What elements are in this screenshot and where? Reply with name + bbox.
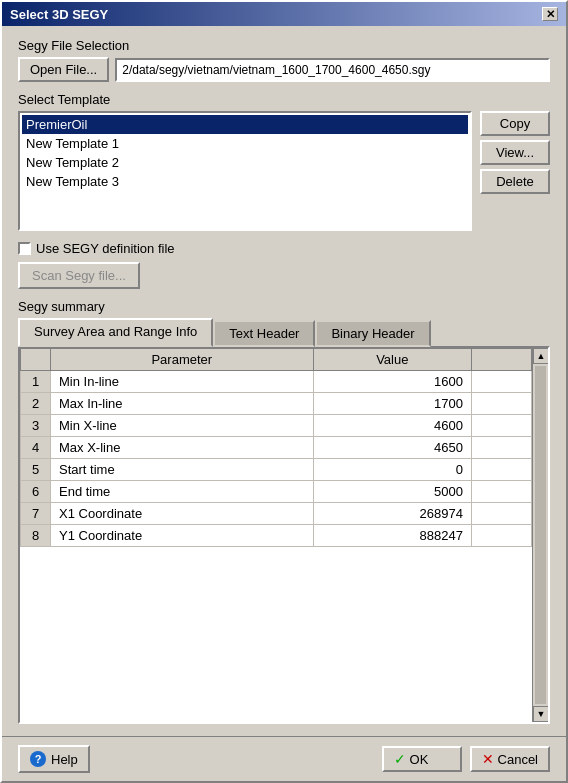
tabs-row: Survey Area and Range Info Text Header B…: [18, 318, 550, 347]
row-value: 5000: [313, 481, 471, 503]
table-row: 1 Min In-line 1600: [21, 371, 532, 393]
row-extra: [472, 503, 532, 525]
segy-summary-section: Segy summary Survey Area and Range Info …: [18, 299, 550, 724]
file-selection-section: Segy File Selection Open File...: [18, 38, 550, 82]
col-header-value: Value: [313, 349, 471, 371]
template-buttons: Copy View... Delete: [480, 111, 550, 231]
file-row: Open File...: [18, 57, 550, 82]
row-num: 2: [21, 393, 51, 415]
row-num: 4: [21, 437, 51, 459]
template-section-label: Select Template: [18, 92, 550, 107]
template-list-container: PremierOil New Template 1 New Template 2…: [18, 111, 472, 231]
row-extra: [472, 481, 532, 503]
row-value: 0: [313, 459, 471, 481]
row-extra: [472, 437, 532, 459]
row-parameter: Min In-line: [51, 371, 314, 393]
list-item[interactable]: New Template 3: [22, 172, 468, 191]
row-extra: [472, 525, 532, 547]
row-extra: [472, 415, 532, 437]
copy-button[interactable]: Copy: [480, 111, 550, 136]
table-inner[interactable]: Parameter Value 1 Min In-line 1600 2 Max…: [20, 348, 532, 722]
row-num: 1: [21, 371, 51, 393]
row-num: 5: [21, 459, 51, 481]
table-row: 4 Max X-line 4650: [21, 437, 532, 459]
row-parameter: End time: [51, 481, 314, 503]
tab-binary-header[interactable]: Binary Header: [315, 320, 430, 347]
row-extra: [472, 393, 532, 415]
row-parameter: Y1 Coordinate: [51, 525, 314, 547]
help-label: Help: [51, 752, 78, 767]
cancel-label: Cancel: [498, 752, 538, 767]
row-num: 8: [21, 525, 51, 547]
row-value: 1600: [313, 371, 471, 393]
dialog-footer: ? Help ✓ OK ✕ Cancel: [2, 736, 566, 781]
table-row: 2 Max In-line 1700: [21, 393, 532, 415]
template-section: Select Template PremierOil New Template …: [18, 92, 550, 231]
row-parameter: Max In-line: [51, 393, 314, 415]
ok-check-icon: ✓: [394, 751, 406, 767]
title-bar: Select 3D SEGY ✕: [2, 2, 566, 26]
row-extra: [472, 459, 532, 481]
row-value: 4650: [313, 437, 471, 459]
dialog-window: Select 3D SEGY ✕ Segy File Selection Ope…: [0, 0, 568, 783]
template-list[interactable]: PremierOil New Template 1 New Template 2…: [20, 113, 470, 229]
col-header-parameter: Parameter: [51, 349, 314, 371]
row-extra: [472, 371, 532, 393]
row-value: 4600: [313, 415, 471, 437]
row-parameter: X1 Coordinate: [51, 503, 314, 525]
table-row: 7 X1 Coordinate 268974: [21, 503, 532, 525]
dialog-body: Segy File Selection Open File... Select …: [2, 26, 566, 736]
open-file-button[interactable]: Open File...: [18, 57, 109, 82]
tab-text-header[interactable]: Text Header: [213, 320, 315, 347]
ok-button[interactable]: ✓ OK: [382, 746, 462, 772]
help-button[interactable]: ? Help: [18, 745, 90, 773]
list-item[interactable]: New Template 2: [22, 153, 468, 172]
list-item[interactable]: New Template 1: [22, 134, 468, 153]
help-icon: ?: [30, 751, 46, 767]
summary-section-label: Segy summary: [18, 299, 550, 314]
list-item[interactable]: PremierOil: [22, 115, 468, 134]
cancel-button[interactable]: ✕ Cancel: [470, 746, 550, 772]
scrollbar-thumb[interactable]: [535, 366, 546, 704]
col-header-num: [21, 349, 51, 371]
template-row: PremierOil New Template 1 New Template 2…: [18, 111, 550, 231]
row-parameter: Start time: [51, 459, 314, 481]
view-button[interactable]: View...: [480, 140, 550, 165]
segy-definition-label: Use SEGY definition file: [36, 241, 175, 256]
dialog-title: Select 3D SEGY: [10, 7, 108, 22]
cancel-x-icon: ✕: [482, 751, 494, 767]
table-scroll-area: Parameter Value 1 Min In-line 1600 2 Max…: [20, 348, 548, 722]
scrollbar-up-button[interactable]: ▲: [533, 348, 548, 364]
scan-button[interactable]: Scan Segy file...: [18, 262, 140, 289]
row-parameter: Min X-line: [51, 415, 314, 437]
footer-right-buttons: ✓ OK ✕ Cancel: [382, 746, 550, 772]
tab-survey-area[interactable]: Survey Area and Range Info: [18, 318, 213, 347]
close-button[interactable]: ✕: [542, 7, 558, 21]
table-scrollbar[interactable]: ▲ ▼: [532, 348, 548, 722]
col-header-extra: [472, 349, 532, 371]
ok-label: OK: [410, 752, 429, 767]
file-path-input[interactable]: [115, 58, 550, 82]
table-row: 6 End time 5000: [21, 481, 532, 503]
table-row: 8 Y1 Coordinate 888247: [21, 525, 532, 547]
delete-button[interactable]: Delete: [480, 169, 550, 194]
definition-section: Use SEGY definition file Scan Segy file.…: [18, 241, 550, 289]
row-num: 6: [21, 481, 51, 503]
row-value: 888247: [313, 525, 471, 547]
row-num: 3: [21, 415, 51, 437]
table-row: 5 Start time 0: [21, 459, 532, 481]
table-row: 3 Min X-line 4600: [21, 415, 532, 437]
data-table: Parameter Value 1 Min In-line 1600 2 Max…: [20, 348, 532, 547]
row-value: 1700: [313, 393, 471, 415]
scrollbar-down-button[interactable]: ▼: [533, 706, 548, 722]
segy-definition-checkbox[interactable]: [18, 242, 31, 255]
checkbox-row: Use SEGY definition file: [18, 241, 550, 256]
row-parameter: Max X-line: [51, 437, 314, 459]
row-num: 7: [21, 503, 51, 525]
file-section-label: Segy File Selection: [18, 38, 550, 53]
tab-content: Parameter Value 1 Min In-line 1600 2 Max…: [18, 346, 550, 724]
row-value: 268974: [313, 503, 471, 525]
